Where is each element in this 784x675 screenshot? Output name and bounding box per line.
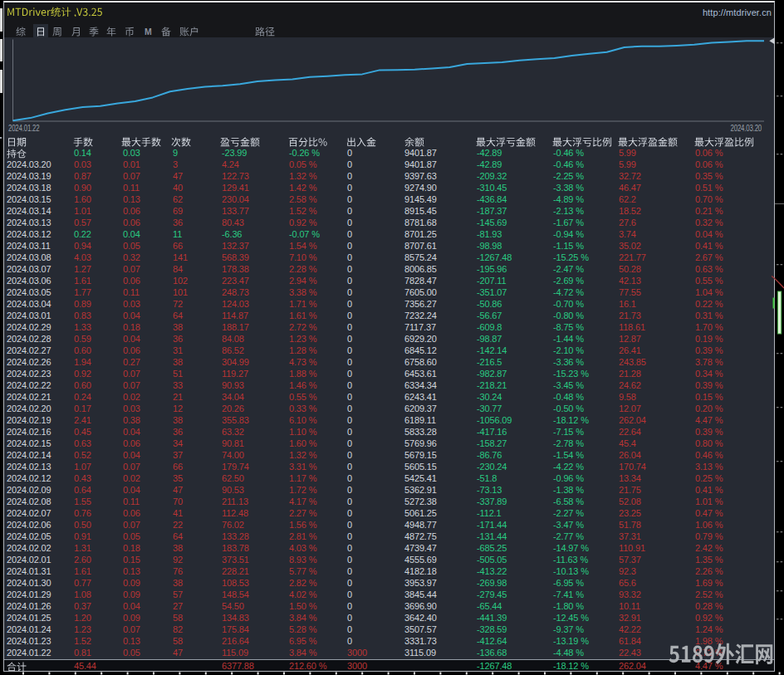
column-header[interactable] bbox=[288, 137, 327, 147]
cell-value: -12.45 % bbox=[553, 613, 589, 623]
table-row[interactable]: 2024.03.190.870.0747122.731.32 %09397.63… bbox=[4, 170, 774, 182]
cell-value: 7232.24 bbox=[404, 311, 437, 320]
table-row[interactable]: 2024.01.300.770.0938108.532.82 %03953.97… bbox=[4, 577, 774, 589]
column-header[interactable] bbox=[618, 137, 678, 147]
title-bar[interactable]: http://mtdriver.cn bbox=[4, 2, 774, 21]
cell-value: 0.03 bbox=[123, 404, 140, 413]
table-row[interactable]: 2024.03.151.600.1362230.042.58 %09145.49… bbox=[4, 193, 774, 205]
table-row[interactable]: 2024.02.090.640.044790.531.72 %05362.91-… bbox=[4, 484, 774, 496]
cell-value: -2.27 % bbox=[553, 508, 584, 518]
column-header[interactable] bbox=[171, 137, 191, 147]
table-row[interactable]: 2024.01.241.230.0782175.845.28 %03507.57… bbox=[4, 624, 774, 635]
menu-item-7[interactable] bbox=[122, 24, 137, 38]
table-row[interactable]: 2024.02.081.550.1170211.134.17 %05272.38… bbox=[4, 496, 774, 507]
cell-value: 1.60 bbox=[74, 194, 91, 204]
table-row[interactable]: 2024.03.120.220.0411-6.36-0.07 %08701.25… bbox=[4, 228, 774, 240]
table-row[interactable]: 2024.02.131.070.0766179.743.31 %05605.15… bbox=[4, 461, 774, 472]
row-date: 2024.02.16 bbox=[7, 427, 51, 437]
row-date: 2024.02.29 bbox=[7, 322, 51, 332]
table-row[interactable]: 2024.02.230.920.0751119.271.88 %06453.61… bbox=[4, 368, 774, 379]
cell-value: 0 bbox=[347, 555, 352, 565]
table-row[interactable]: 2024.01.311.610.1376228.215.77 %04182.18… bbox=[4, 565, 774, 577]
table-row[interactable]: 2024.02.200.170.031220.260.33 %06209.37-… bbox=[4, 403, 774, 414]
total-row[interactable]: 45.446377.88212.60 %3000-1267.48-18.12 %… bbox=[4, 659, 774, 671]
cell-value: 4872.75 bbox=[404, 531, 437, 541]
cell-value: 22 bbox=[173, 520, 183, 530]
table-row[interactable]: 2024.02.261.940.2738304.994.73 %06758.60… bbox=[4, 356, 774, 368]
table-row[interactable]: 2024.02.270.600.063186.521.28 %06845.12-… bbox=[4, 345, 774, 356]
menu-item-3[interactable] bbox=[50, 24, 65, 38]
cell-value: 1.52 % bbox=[289, 206, 316, 216]
column-header[interactable] bbox=[476, 137, 536, 147]
column-header[interactable] bbox=[220, 137, 260, 147]
cell-value: 24.62 bbox=[619, 380, 641, 390]
column-header[interactable] bbox=[346, 137, 376, 147]
table-row[interactable]: 2024.03.061.610.06102223.472.94 %07828.4… bbox=[4, 275, 774, 286]
column-header[interactable] bbox=[73, 137, 93, 147]
table-row[interactable]: 2024.02.050.910.0564133.282.81 %04872.75… bbox=[4, 531, 774, 542]
table-row[interactable]: 2024.03.180.900.1140129.411.42 %09274.90… bbox=[4, 182, 774, 193]
table-row[interactable]: 2024.02.192.410.3838355.836.10 %06189.11… bbox=[4, 414, 774, 426]
table-row[interactable]: 2024.03.084.030.32141568.397.10 %08575.2… bbox=[4, 252, 774, 263]
table-row[interactable]: 0.140.039-23.99-0.26 %09401.87-42.89-0.4… bbox=[4, 147, 774, 159]
row-date: 2024.01.31 bbox=[7, 566, 51, 576]
table-row[interactable]: 2024.02.160.450.043663.321.10 %05833.28-… bbox=[4, 426, 774, 438]
table-row[interactable]: 2024.03.010.830.0464114.871.61 %07232.24… bbox=[4, 310, 774, 321]
cell-value: 8.93 % bbox=[289, 555, 316, 565]
cell-value: 0.41 % bbox=[695, 485, 723, 495]
table-row[interactable]: 2024.02.140.520.043774.001.32 %05679.15-… bbox=[4, 449, 774, 461]
cell-value: 36 bbox=[173, 334, 183, 344]
table-row[interactable]: 2024.02.060.500.072276.021.56 %04948.77-… bbox=[4, 519, 774, 531]
menu-item-10[interactable] bbox=[177, 24, 202, 38]
menu-item-6[interactable] bbox=[104, 24, 119, 38]
menu-item-11[interactable] bbox=[252, 24, 277, 38]
table-row[interactable]: 2024.02.210.240.022134.040.55 %06243.41-… bbox=[4, 391, 774, 403]
cell-value: 35 bbox=[173, 473, 183, 483]
table-row[interactable]: 2024.02.120.430.023562.501.17 %05425.41-… bbox=[4, 472, 774, 484]
table-row[interactable]: 2024.03.110.940.0566132.371.54 %08707.61… bbox=[4, 240, 774, 252]
table-row[interactable]: 2024.01.231.520.1358216.646.95 %03331.73… bbox=[4, 635, 774, 647]
cell-value: 0.38 bbox=[123, 415, 140, 425]
menu-item-4[interactable] bbox=[69, 24, 84, 38]
menu-item-8[interactable]: M bbox=[142, 24, 154, 38]
table-row[interactable]: 2024.02.070.760.0641112.482.27 %05061.25… bbox=[4, 507, 774, 519]
cell-value: -7.41 % bbox=[553, 589, 584, 599]
menu-item-5[interactable] bbox=[86, 24, 101, 38]
menu-item-2[interactable] bbox=[33, 24, 48, 38]
website-link[interactable]: http://mtdriver.cn bbox=[703, 7, 772, 17]
table-row[interactable]: 2024.02.150.630.063490.811.60 %05769.96-… bbox=[4, 438, 774, 449]
table-row[interactable]: 2024.03.200.030.0134.240.05 %09401.87-42… bbox=[4, 159, 774, 170]
menu-item-9[interactable] bbox=[159, 24, 174, 38]
table-row[interactable]: 2024.03.141.010.0669133.771.52 %08915.45… bbox=[4, 205, 774, 217]
table-row[interactable]: 2024.03.071.270.0784178.382.28 %08006.85… bbox=[4, 263, 774, 275]
table-row[interactable]: 2024.01.260.370.042754.501.50 %03696.90-… bbox=[4, 600, 774, 612]
balance-chart[interactable] bbox=[4, 37, 777, 137]
table-row[interactable]: 2024.02.280.590.043684.081.23 %06929.20-… bbox=[4, 333, 774, 345]
table-row[interactable]: 2024.02.220.600.073390.931.46 %06334.34-… bbox=[4, 379, 774, 391]
table-row[interactable]: 2024.02.012.600.1592373.518.93 %04555.69… bbox=[4, 554, 774, 565]
column-header[interactable] bbox=[121, 137, 161, 147]
table-row[interactable]: 2024.02.021.310.1838183.784.03 %04739.47… bbox=[4, 542, 774, 554]
cell-value: 0.59 bbox=[74, 334, 91, 344]
cell-value: 262.04 bbox=[619, 415, 646, 425]
cell-value: 6243.41 bbox=[404, 392, 437, 402]
cell-value: 62.2 bbox=[619, 194, 636, 204]
menu-item-1[interactable] bbox=[13, 24, 28, 38]
column-header[interactable] bbox=[552, 137, 612, 147]
cell-value: 65.6 bbox=[619, 578, 636, 588]
cell-value: 0.11 bbox=[123, 496, 140, 506]
cell-value: 0 bbox=[347, 543, 352, 553]
column-header[interactable] bbox=[694, 137, 754, 147]
cell-value: 2.42 % bbox=[695, 543, 723, 553]
column-header[interactable] bbox=[404, 137, 424, 147]
cell-value: 1.24 % bbox=[695, 624, 723, 634]
menu-item-label bbox=[89, 27, 99, 37]
table-row[interactable]: 2024.02.291.330.1838188.172.72 %07117.37… bbox=[4, 321, 774, 333]
table-row[interactable]: 2024.01.251.200.0958134.833.84 %03642.40… bbox=[4, 612, 774, 624]
column-header[interactable] bbox=[7, 137, 27, 147]
table-row[interactable]: 2024.03.051.770.11101248.733.38 %07605.0… bbox=[4, 286, 774, 298]
table-row[interactable]: 2024.01.291.080.0957148.544.02 %03845.44… bbox=[4, 589, 774, 600]
table-row[interactable]: 2024.03.130.570.063680.430.92 %08781.68-… bbox=[4, 217, 774, 228]
table-row[interactable]: 2024.01.220.810.0547115.093.84 %30003115… bbox=[4, 647, 774, 658]
table-row[interactable]: 2024.03.040.890.0372124.031.71 %07356.27… bbox=[4, 298, 774, 310]
